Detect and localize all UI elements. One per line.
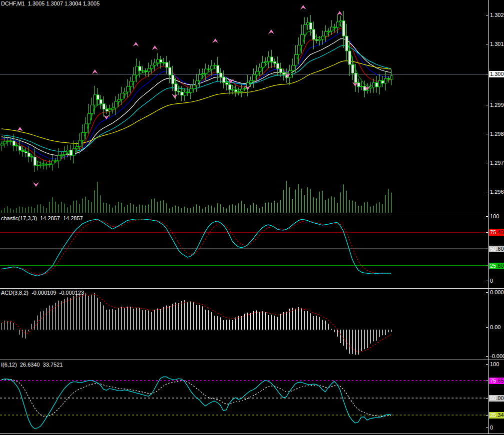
level-badge-frac: .65 <box>496 378 504 384</box>
axis-label: 1.2985 <box>490 131 504 137</box>
level-badge: 75.65 <box>489 378 504 384</box>
level-badge-int: 50 <box>490 395 496 401</box>
macd-title: ACD(3,8,2) -0.000109 -0.000123 <box>1 290 84 296</box>
axis-tick <box>486 292 489 293</box>
axis-tick <box>486 232 489 233</box>
current-price-badge: 1.300 <box>489 71 504 77</box>
price-axis[interactable]: 1.30251.30151.29951.29851.29751.29651.30… <box>488 0 504 435</box>
axis-label: 0 <box>490 278 493 284</box>
oscillator-chart[interactable] <box>0 361 488 434</box>
axis-tick <box>486 134 489 134</box>
level-badge-int: 25 <box>490 263 496 269</box>
axis-tick <box>486 381 489 381</box>
axis-tick <box>486 15 489 15</box>
level-badge: 75.40 <box>489 229 504 236</box>
axis-tick <box>486 266 489 266</box>
axis-label: 0.00 <box>490 324 501 330</box>
panel-separator[interactable] <box>0 360 504 360</box>
axis-label: -0.000 <box>490 353 504 359</box>
axis-tick <box>486 415 489 416</box>
macd-chart[interactable] <box>0 289 488 360</box>
level-badge-int: 50 <box>490 246 496 252</box>
main-chart-title: DCHF,M1 1.3005 1.3007 1.3004 1.3005 <box>1 0 100 7</box>
axis-tick <box>486 281 489 281</box>
level-badge-frac: .60 <box>496 246 504 252</box>
level-badge-frac: .40 <box>496 229 504 235</box>
stochastic-title: chastic(17,3,3) 14.2857 14.2857 <box>1 215 83 222</box>
level-badge-int: 25 <box>490 412 496 418</box>
axis-line <box>488 0 489 434</box>
level-badge-int: 75 <box>490 378 496 384</box>
axis-tick <box>486 163 489 163</box>
panel-separator[interactable] <box>0 214 504 214</box>
axis-label: 100 <box>490 361 499 367</box>
axis-tick <box>486 428 489 428</box>
axis-tick <box>486 398 489 399</box>
level-badge: 25.60 <box>489 263 504 269</box>
axis-tick <box>486 249 489 249</box>
axis-tick <box>486 356 489 357</box>
axis-tick <box>486 327 489 328</box>
axis-tick <box>486 44 489 44</box>
axis-label: 100 <box>490 213 499 219</box>
axis-label: 1.2975 <box>490 160 504 166</box>
axis-tick <box>486 192 489 192</box>
oscillator-title: I(6,12) 26.6340 33.7521 <box>1 362 63 368</box>
axis-label: 0.000 <box>490 289 504 295</box>
trading-chart-window: DCHF,M1 1.3005 1.3007 1.3004 1.3005 chas… <box>0 0 504 435</box>
axis-label: 1.2995 <box>490 102 504 108</box>
axis-tick <box>486 105 489 105</box>
stochastic-chart[interactable] <box>0 215 488 289</box>
axis-label: 0 <box>490 425 493 431</box>
level-badge-int: 75 <box>490 229 496 235</box>
axis-label: 1.2965 <box>490 189 504 195</box>
axis-label: 1.3015 <box>490 41 504 47</box>
axis-tick <box>486 74 489 74</box>
level-badge-frac: .00 <box>496 395 504 401</box>
level-badge: 50.00 <box>489 395 504 402</box>
panel-separator[interactable] <box>0 434 504 434</box>
level-badge-frac: .34 <box>496 412 504 418</box>
level-badge: 25.34 <box>489 412 504 419</box>
axis-tick <box>486 216 489 217</box>
axis-label: 1.3025 <box>490 12 504 18</box>
level-badge: 50.60 <box>489 246 504 252</box>
axis-tick <box>486 364 489 365</box>
level-badge-frac: .60 <box>496 263 504 269</box>
main-candlestick-chart[interactable] <box>0 0 488 214</box>
panel-separator[interactable] <box>0 288 504 289</box>
